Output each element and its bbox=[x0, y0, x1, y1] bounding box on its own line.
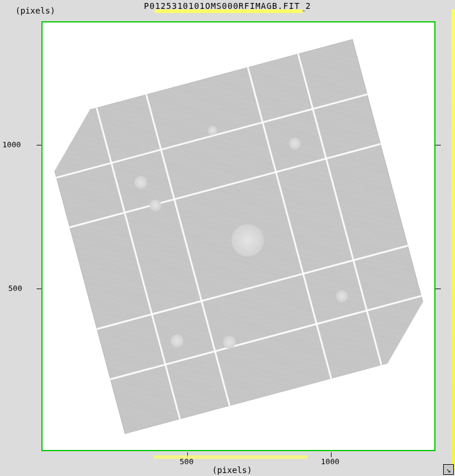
x-axis-label: (pixels) bbox=[210, 465, 254, 475]
x-tick bbox=[331, 452, 332, 457]
y-tick-right bbox=[435, 289, 441, 289]
resize-icon: ↘ bbox=[446, 465, 451, 474]
detector-image bbox=[41, 39, 436, 433]
source-blob bbox=[334, 289, 349, 303]
y-axis-label: (pixels) bbox=[13, 6, 57, 15]
y-tick-label: 500 bbox=[8, 284, 22, 293]
source-blob bbox=[228, 220, 267, 260]
image-viewport[interactable] bbox=[41, 21, 436, 451]
render-artifact bbox=[155, 9, 303, 13]
render-artifact bbox=[451, 9, 455, 471]
source-blob bbox=[287, 136, 301, 150]
source-blob bbox=[148, 197, 162, 212]
x-tick-label: 1000 bbox=[321, 457, 339, 466]
y-tick-right bbox=[435, 145, 441, 145]
source-blob bbox=[169, 333, 185, 349]
render-artifact bbox=[154, 455, 307, 459]
resize-handle-icon[interactable]: ↘ bbox=[443, 464, 454, 475]
source-blob bbox=[132, 174, 148, 190]
y-tick-label: 1000 bbox=[2, 140, 21, 149]
